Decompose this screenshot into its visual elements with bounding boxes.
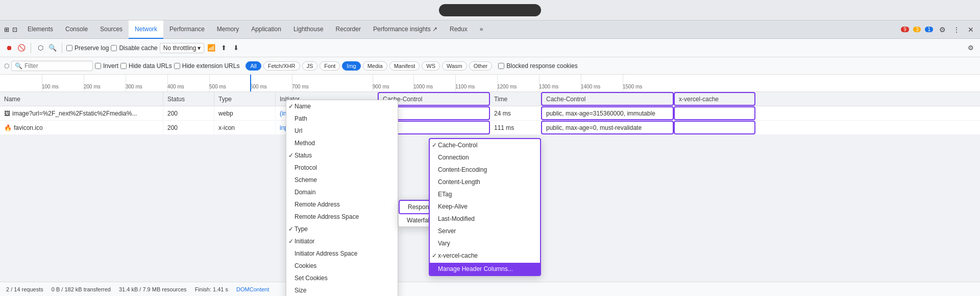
menu-item-remote-address-space[interactable]: Remote Address Space — [286, 211, 398, 223]
th-status[interactable]: Status — [163, 92, 214, 106]
submenu2-item-xvercel[interactable]: x-vercel-cache — [430, 249, 540, 262]
filter-bar: ⬡ 🔍 Invert Hide data URLs Hide extension… — [0, 57, 980, 75]
chip-font[interactable]: Font — [320, 61, 340, 71]
chip-other[interactable]: Other — [469, 61, 493, 71]
menu-item-url[interactable]: Url — [286, 125, 398, 137]
gear-icon[interactable]: ⚙ — [966, 43, 976, 53]
submenu2-item-server[interactable]: Server — [430, 225, 540, 237]
menu-item-domain[interactable]: Domain — [286, 186, 398, 198]
tick-600ms: 600 ms — [250, 84, 267, 92]
dom-content-link[interactable]: DOMContent — [236, 286, 269, 292]
chip-fetch[interactable]: Fetch/XHR — [263, 61, 300, 71]
record-btn[interactable]: ⏺ — [4, 43, 14, 53]
dock-icon[interactable]: ⊞ — [4, 26, 9, 33]
submenu2-item-vary[interactable]: Vary — [430, 237, 540, 249]
filter-icon[interactable]: ⬡ — [35, 43, 45, 53]
chip-img[interactable]: Img — [342, 61, 360, 71]
disable-cache-checkbox[interactable]: Disable cache — [111, 44, 157, 52]
menu-item-name[interactable]: Name — [286, 100, 398, 112]
preserve-log-checkbox[interactable]: Preserve log — [66, 44, 109, 52]
export-icon[interactable]: ⬇ — [231, 43, 241, 53]
submenu2-item-connection[interactable]: Connection — [430, 151, 540, 164]
finish-time: Finish: 1.41 s — [195, 286, 228, 292]
menu-item-scheme[interactable]: Scheme — [286, 174, 398, 186]
menu-item-cookies[interactable]: Cookies — [286, 260, 398, 272]
chip-media[interactable]: Media — [363, 61, 387, 71]
tick-1400ms: 1400 ms — [581, 84, 600, 92]
search-icon[interactable]: 🔍 — [47, 43, 58, 53]
table-header: Name Status Type Initiator Cache-Control… — [0, 92, 980, 106]
menu-item-initiator-address-space[interactable]: Initiator Address Space — [286, 247, 398, 260]
menu-item-protocol[interactable]: Protocol — [286, 162, 398, 174]
menu-item-method[interactable]: Method — [286, 137, 398, 149]
warning-badge: 3 — [913, 27, 921, 32]
tab-elements[interactable]: Elements — [21, 20, 59, 39]
submenu2-item-cache-control[interactable]: Cache-Control — [430, 139, 540, 151]
table-row[interactable]: 🖼 image?url=%2F_next%2Fstatic%2Fmedia%..… — [0, 106, 980, 121]
tab-more[interactable]: » — [474, 20, 489, 39]
settings-icon[interactable]: ⚙ — [937, 25, 947, 35]
th-time[interactable]: Time — [490, 92, 541, 106]
th-cache-control-val[interactable]: Cache-Control — [541, 92, 674, 106]
tab-application[interactable]: Application — [245, 20, 287, 39]
close-icon[interactable]: ✕ — [966, 25, 976, 35]
tab-network[interactable]: Network — [129, 20, 163, 39]
menu-item-status[interactable]: Status — [286, 149, 398, 162]
submenu2-item-content-length[interactable]: Content-Length — [430, 176, 540, 188]
chip-all[interactable]: All — [246, 61, 261, 71]
error-badge: 9 — [901, 27, 909, 32]
submenu2-item-last-modified[interactable]: Last-Modified — [430, 213, 540, 225]
menu-item-path[interactable]: Path — [286, 112, 398, 125]
context-menu: Name Path Url Method Status Protocol Sch… — [286, 100, 398, 296]
blocked-response-checkbox[interactable]: Blocked response cookies — [498, 62, 577, 70]
menu-item-remote-address[interactable]: Remote Address — [286, 198, 398, 211]
tab-redux[interactable]: Redux — [444, 20, 474, 39]
tab-recorder[interactable]: Recorder — [330, 20, 367, 39]
wifi-icon[interactable]: 📶 — [206, 43, 216, 53]
filter-icon: ⬡ — [4, 62, 9, 70]
tab-console[interactable]: Console — [59, 20, 94, 39]
tick-1200ms: 1200 ms — [497, 84, 517, 92]
tab-sources[interactable]: Sources — [94, 20, 129, 39]
tab-lighthouse[interactable]: Lighthouse — [287, 20, 330, 39]
chip-js[interactable]: JS — [302, 61, 318, 71]
inspect-icon[interactable]: ⊡ — [12, 26, 17, 33]
hide-extension-urls-checkbox[interactable]: Hide extension URLs — [174, 62, 240, 70]
divider-2 — [62, 43, 62, 53]
td-status-0: 200 — [163, 106, 214, 120]
menu-item-set-cookies[interactable]: Set Cookies — [286, 272, 398, 284]
filter-input-wrap: 🔍 — [11, 61, 93, 71]
table-row[interactable]: 🔥 favicon.ico 200 x-icon inpage.js: 111 … — [0, 121, 980, 135]
chip-wasm[interactable]: Wasm — [442, 61, 467, 71]
info-badge: 1 — [925, 27, 933, 32]
import-icon[interactable]: ⬆ — [218, 43, 229, 53]
more-options-icon[interactable]: ⋮ — [951, 25, 962, 35]
th-name[interactable]: Name — [0, 92, 163, 106]
clear-btn[interactable]: 🚫 — [16, 43, 27, 53]
submenu2-item-keep-alive[interactable]: Keep-Alive — [430, 200, 540, 213]
chip-manifest[interactable]: Manifest — [389, 61, 420, 71]
menu-item-initiator[interactable]: Initiator — [286, 235, 398, 247]
tick-500ms: 500 ms — [209, 84, 226, 92]
manage-header-columns-btn[interactable]: Manage Header Columns... — [430, 263, 540, 275]
submenu2-item-etag[interactable]: ETag — [430, 188, 540, 200]
fire-icon: 🔥 — [4, 124, 12, 131]
timeline-cursor — [250, 75, 251, 92]
hide-data-urls-checkbox[interactable]: Hide data URLs — [120, 62, 172, 70]
toolbar: ⏺ 🚫 ⬡ 🔍 Preserve log Disable cache No th… — [0, 39, 980, 57]
divider-1 — [31, 43, 31, 53]
menu-item-type[interactable]: Type — [286, 223, 398, 235]
submenu2-item-content-encoding[interactable]: Content-Encoding — [430, 164, 540, 176]
tick-900ms: 900 ms — [373, 84, 389, 92]
invert-checkbox[interactable]: Invert — [95, 62, 118, 70]
chip-ws[interactable]: WS — [422, 61, 440, 71]
th-xvercel-cache[interactable]: x-vercel-cache — [674, 92, 755, 106]
tab-perf-insights[interactable]: Performance insights ↗ — [367, 20, 444, 39]
chevron-down-icon: ▾ — [198, 44, 201, 52]
tab-memory[interactable]: Memory — [211, 20, 245, 39]
filter-input[interactable] — [24, 62, 86, 70]
menu-item-size[interactable]: Size — [286, 284, 398, 296]
throttling-dropdown[interactable]: No throttling ▾ — [160, 43, 205, 53]
th-type[interactable]: Type — [214, 92, 276, 106]
tab-performance[interactable]: Performance — [163, 20, 211, 39]
